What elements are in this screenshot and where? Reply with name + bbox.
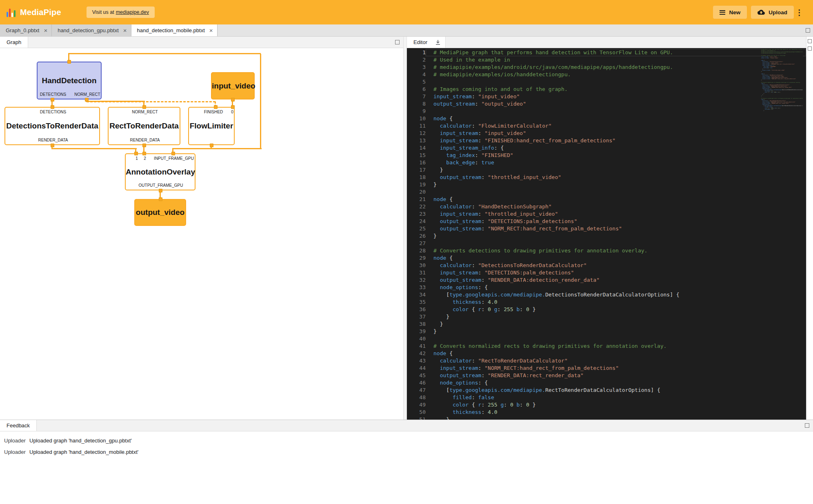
graph-port [231, 98, 235, 102]
log-source: Uploader [4, 438, 29, 444]
expand-feedback-icon[interactable] [805, 423, 809, 428]
visit-chip[interactable]: Visit us at mediapipe.dev [87, 7, 155, 18]
graph-edge [172, 148, 262, 149]
graph-port [142, 144, 146, 147]
tab-label: Graph_0.pbtxt [6, 27, 39, 33]
panel-splitter[interactable] [403, 37, 407, 420]
graph-panel-header: Graph [0, 37, 403, 48]
main-area: Graph [0, 37, 813, 420]
tab-graph-view[interactable]: Graph [0, 39, 28, 45]
mediapipe-visualizer: MediaPipe Visit us at mediapipe.dev New … [0, 0, 813, 504]
node-title: FlowLimiter [189, 122, 234, 130]
graph-port [67, 60, 71, 64]
feedback-panel-header: Feedback [0, 420, 813, 431]
port-label: RENDER_DATA [38, 138, 68, 142]
expand-graph-icon[interactable] [395, 40, 400, 44]
port-label: FINISHED [204, 110, 223, 114]
graph-port [142, 105, 146, 109]
graph-node-flowlimiter[interactable]: FINISHED 0 FlowLimiter [188, 107, 235, 145]
graph-port [231, 105, 235, 109]
port-label: DETECTIONS [40, 110, 66, 114]
graph-port [51, 144, 54, 147]
code-lines: 1# MediaPipe graph that performs hand de… [407, 49, 806, 420]
port-label: NORM_RECT [74, 92, 100, 97]
minimap[interactable]: # MediaPipe graph that performs hand det… [761, 49, 803, 420]
port-label: OUTPUT_FRAME_GPU [139, 183, 183, 188]
node-title: HandDetection [38, 76, 101, 85]
graph-port [51, 105, 54, 109]
port-label: 2 [144, 156, 146, 161]
graph-header-spacer [28, 37, 395, 48]
node-title: input_video [212, 82, 254, 91]
cloud-upload-icon [757, 9, 765, 16]
download-button[interactable] [434, 39, 445, 46]
log-message: Uploaded graph 'hand_detection_mobile.pb… [29, 449, 138, 455]
graph-node-rect-to-render-data[interactable]: NORM_RECT RectToRenderData RENDER_DATA [108, 107, 180, 145]
tab-label: hand_detection_gpu.pbtxt [58, 27, 119, 33]
kebab-menu-icon[interactable]: ⋮ [794, 8, 806, 17]
graph-node-detections-to-render-data[interactable]: DETECTIONS DetectionsToRenderData RENDER… [4, 107, 100, 145]
feedback-log: Uploader Uploaded graph 'hand_detection_… [0, 431, 813, 504]
log-row: Uploader Uploaded graph 'hand_detection_… [0, 446, 813, 458]
graph-port [142, 152, 146, 155]
graph-port [159, 197, 162, 201]
node-title: output_video [135, 208, 185, 217]
editor-panel-header: Editor [407, 37, 806, 48]
mediapipe-logo-icon [7, 7, 16, 17]
node-title: AnnotationOverlay [126, 168, 195, 177]
log-row: Uploader Uploaded graph 'hand_detection_… [0, 435, 813, 446]
log-message: Uploaded graph 'hand_detection_gpu.pbtxt… [29, 438, 132, 444]
tab-hand-detection-mobile[interactable]: hand_detection_mobile.pbtxt × [131, 24, 218, 36]
port-label: 0 [231, 110, 233, 114]
tab-editor-view[interactable]: Editor [407, 39, 434, 45]
graph-edge [68, 53, 261, 54]
code-editor[interactable]: 1# MediaPipe graph that performs hand de… [407, 48, 806, 420]
tab-graph-0[interactable]: Graph_0.pbtxt × [0, 24, 52, 36]
graph-port [134, 152, 138, 155]
graph-node-annotationoverlay[interactable]: 1 2 INPUT_FRAME_GPU AnnotationOverlay OU… [125, 153, 195, 190]
tab-hand-detection-gpu[interactable]: hand_detection_gpu.pbtxt × [52, 24, 131, 36]
graph-port [210, 144, 213, 147]
minimap-content: # MediaPipe graph that performs hand det… [761, 49, 803, 111]
port-label: NORM_RECT [132, 110, 158, 114]
visit-link[interactable]: mediapipe.dev [116, 9, 149, 15]
upload-button-label: Upload [769, 9, 787, 15]
new-button-label: New [729, 9, 740, 15]
menu-icon [720, 10, 725, 15]
expand-rail-icon[interactable] [808, 39, 812, 43]
editor-header-spacer [446, 37, 806, 48]
graph-node-input-video[interactable]: input_video [211, 72, 255, 99]
graph-port [214, 105, 218, 109]
upload-button[interactable]: Upload [751, 6, 794, 19]
port-label: RENDER_DATA [130, 138, 160, 142]
expand-rail-icon-2[interactable] [808, 46, 812, 51]
port-label: 1 [136, 156, 138, 161]
visit-label: Visit us at [92, 9, 114, 15]
feedback-panel: Feedback Uploader Uploaded graph 'hand_d… [0, 420, 813, 504]
port-label: INPUT_FRAME_GPU [154, 156, 194, 161]
graph-port [51, 98, 54, 102]
close-icon[interactable]: × [123, 27, 127, 33]
feedback-header-spacer [37, 420, 805, 431]
editor-panel: Editor 1# MediaPipe graph that performs … [407, 37, 806, 420]
tab-feedback[interactable]: Feedback [0, 422, 36, 429]
graph-port [171, 152, 175, 155]
graph-panel: Graph [0, 37, 403, 420]
file-tab-bar: Graph_0.pbtxt × hand_detection_gpu.pbtxt… [0, 24, 813, 37]
app-header: MediaPipe Visit us at mediapipe.dev New … [0, 0, 813, 24]
graph-edge [51, 148, 137, 149]
close-icon[interactable]: × [44, 27, 47, 33]
log-source: Uploader [4, 449, 29, 455]
graph-edge [86, 101, 145, 102]
collapsed-panel-rail [806, 37, 813, 420]
new-button[interactable]: New [713, 6, 747, 19]
graph-node-handdetection[interactable]: HandDetection DETECTIONS NORM_RECT [37, 62, 102, 99]
expand-panel-icon[interactable] [806, 28, 810, 33]
download-icon [435, 39, 441, 46]
app-title: MediaPipe [20, 8, 61, 17]
graph-node-output-video[interactable]: output_video [134, 199, 186, 226]
tabbar-spacer [218, 24, 806, 36]
graph-canvas[interactable]: HandDetection DETECTIONS NORM_RECT input… [0, 48, 403, 420]
node-title: DetectionsToRenderData [5, 122, 99, 130]
close-icon[interactable]: × [209, 27, 213, 33]
